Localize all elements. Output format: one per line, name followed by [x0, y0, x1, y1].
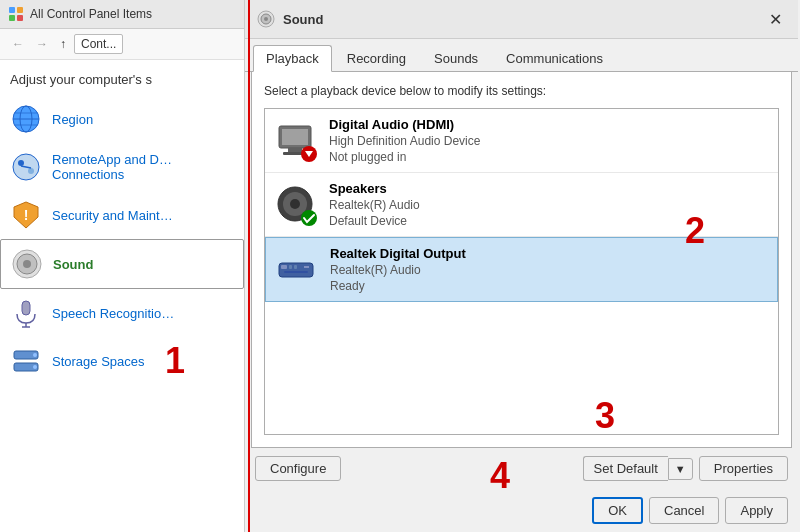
- left-title-bar: All Control Panel Items: [0, 0, 244, 29]
- svg-point-23: [33, 365, 37, 369]
- speech-icon: [10, 297, 42, 329]
- control-panel-icon: [8, 6, 24, 22]
- set-default-arrow-button[interactable]: ▼: [668, 458, 693, 480]
- security-icon: !: [10, 199, 42, 231]
- footer-right-buttons: Set Default ▼ Properties: [583, 456, 788, 481]
- footer-left-buttons: Configure: [255, 456, 341, 481]
- region-icon: [10, 103, 42, 135]
- tab-recording[interactable]: Recording: [334, 45, 419, 71]
- hdmi-status-overlay: [301, 146, 317, 162]
- svg-rect-2: [9, 15, 15, 21]
- storage-icon: [10, 345, 42, 377]
- svg-point-22: [33, 353, 37, 357]
- remoteapp-label: RemoteApp and D… Connections: [52, 152, 234, 182]
- region-label: Region: [52, 112, 93, 127]
- dialog-content: Select a playback device below to modify…: [251, 72, 792, 448]
- digital-output-icon: [276, 249, 318, 291]
- svg-rect-39: [289, 265, 292, 269]
- left-nav: ← → ↑ Cont...: [0, 29, 244, 60]
- speakers-status: Default Device: [329, 214, 420, 228]
- playback-instruction: Select a playback device below to modify…: [264, 84, 779, 98]
- svg-rect-42: [284, 271, 308, 273]
- speakers-name: Speakers: [329, 181, 420, 196]
- svg-rect-1: [17, 7, 23, 13]
- security-label: Security and Maint…: [52, 208, 173, 223]
- forward-button[interactable]: →: [32, 35, 52, 53]
- digital-output-sub: Realtek(R) Audio: [330, 263, 466, 277]
- tab-playback[interactable]: Playback: [253, 45, 332, 72]
- hdmi-device-info: Digital Audio (HDMI) High Definition Aud…: [329, 117, 480, 164]
- properties-button[interactable]: Properties: [699, 456, 788, 481]
- panel-items-list: Region RemoteApp and D… Connections !: [0, 95, 244, 532]
- sound-label: Sound: [53, 257, 93, 272]
- sidebar-item-speech[interactable]: Speech Recognitio…: [0, 289, 244, 337]
- separator-line: [248, 0, 250, 532]
- hdmi-name: Digital Audio (HDMI): [329, 117, 480, 132]
- dialog-title-text: Sound: [283, 12, 323, 27]
- digital-output-device-info: Realtek Digital Output Realtek(R) Audio …: [330, 246, 466, 293]
- dialog-tabs: Playback Recording Sounds Communications: [245, 39, 798, 72]
- dialog-title-bar: Sound ✕: [245, 0, 798, 39]
- sound-dialog-container: Sound ✕ Playback Recording Sounds Commun…: [245, 0, 800, 532]
- svg-point-11: [28, 168, 34, 174]
- hdmi-device-icon: [275, 120, 317, 162]
- speakers-device-info: Speakers Realtek(R) Audio Default Device: [329, 181, 420, 228]
- dialog-title-left: Sound: [257, 10, 323, 28]
- sidebar-item-security[interactable]: ! Security and Maint…: [0, 191, 244, 239]
- svg-rect-0: [9, 7, 15, 13]
- breadcrumb-path[interactable]: Cont...: [74, 34, 123, 54]
- panel-subtitle: Adjust your computer's s: [0, 60, 244, 95]
- speakers-sub: Realtek(R) Audio: [329, 198, 420, 212]
- svg-rect-40: [294, 265, 297, 269]
- dialog-bottom-buttons: OK Cancel Apply: [245, 489, 798, 532]
- speakers-status-overlay: [301, 210, 317, 226]
- left-panel-title: All Control Panel Items: [30, 7, 152, 21]
- speakers-device-icon: [275, 184, 317, 226]
- sidebar-item-remoteapp[interactable]: RemoteApp and D… Connections: [0, 143, 244, 191]
- digital-output-name: Realtek Digital Output: [330, 246, 466, 261]
- apply-button[interactable]: Apply: [725, 497, 788, 524]
- device-item-hdmi[interactable]: Digital Audio (HDMI) High Definition Aud…: [265, 109, 778, 173]
- sound-dialog: Sound ✕ Playback Recording Sounds Commun…: [245, 0, 798, 532]
- ok-button[interactable]: OK: [592, 497, 643, 524]
- set-default-button[interactable]: Set Default: [583, 456, 668, 481]
- svg-rect-29: [288, 148, 302, 152]
- svg-point-16: [23, 260, 31, 268]
- tab-communications[interactable]: Communications: [493, 45, 616, 71]
- dialog-close-button[interactable]: ✕: [764, 8, 786, 30]
- svg-rect-38: [281, 265, 287, 269]
- hdmi-status: Not plugged in: [329, 150, 480, 164]
- back-button[interactable]: ←: [8, 35, 28, 53]
- sidebar-item-region[interactable]: Region: [0, 95, 244, 143]
- configure-button[interactable]: Configure: [255, 456, 341, 481]
- device-item-digital-output[interactable]: Realtek Digital Output Realtek(R) Audio …: [265, 237, 778, 302]
- sidebar-item-sound[interactable]: Sound: [0, 239, 244, 289]
- svg-rect-3: [17, 15, 23, 21]
- svg-rect-17: [22, 301, 30, 315]
- svg-text:!: !: [24, 207, 29, 223]
- svg-rect-28: [282, 129, 308, 145]
- device-list: Digital Audio (HDMI) High Definition Aud…: [264, 108, 779, 435]
- device-item-speakers[interactable]: Speakers Realtek(R) Audio Default Device: [265, 173, 778, 237]
- sound-sidebar-icon: [11, 248, 43, 280]
- speech-label: Speech Recognitio…: [52, 306, 174, 321]
- storage-label: Storage Spaces: [52, 354, 145, 369]
- hdmi-sub: High Definition Audio Device: [329, 134, 480, 148]
- cancel-button[interactable]: Cancel: [649, 497, 719, 524]
- svg-rect-41: [304, 266, 309, 268]
- control-panel-left: All Control Panel Items ← → ↑ Cont... Ad…: [0, 0, 245, 532]
- tab-sounds[interactable]: Sounds: [421, 45, 491, 71]
- sidebar-item-storage[interactable]: Storage Spaces: [0, 337, 244, 385]
- svg-point-10: [18, 160, 24, 166]
- set-default-split-button: Set Default ▼: [583, 456, 693, 481]
- up-button[interactable]: ↑: [56, 35, 70, 53]
- dialog-footer: Configure Set Default ▼ Properties: [245, 448, 798, 489]
- dialog-sound-icon: [257, 10, 275, 28]
- digital-output-status: Ready: [330, 279, 466, 293]
- svg-point-35: [290, 199, 300, 209]
- remoteapp-icon: [10, 151, 42, 183]
- svg-point-26: [264, 17, 268, 21]
